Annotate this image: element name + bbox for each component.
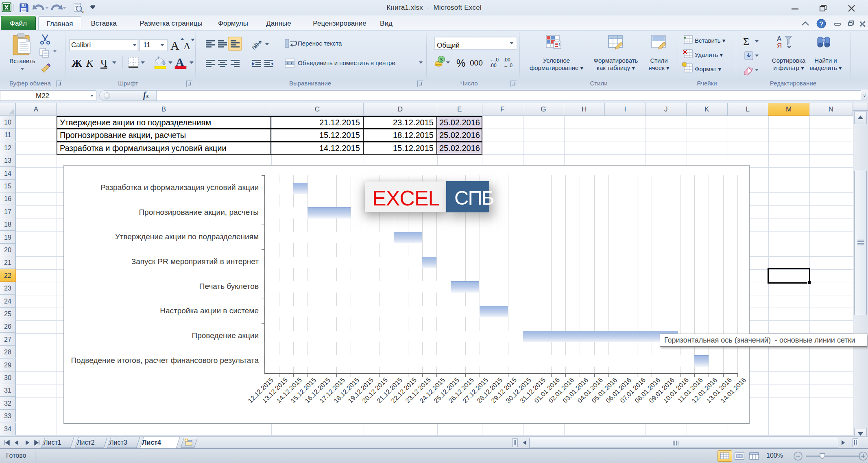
svg-text:?: ? xyxy=(819,20,823,28)
svg-text:←.0: ←.0 xyxy=(490,57,499,63)
svg-text:%: % xyxy=(456,57,465,69)
svg-text:→.0: →.0 xyxy=(504,63,513,68)
svg-text:A: A xyxy=(183,41,191,51)
svg-text:.00: .00 xyxy=(504,57,510,63)
svg-text:ab: ab xyxy=(250,41,260,51)
svg-text:.00: .00 xyxy=(490,63,497,68)
svg-text:Я: Я xyxy=(777,42,782,50)
svg-text:000: 000 xyxy=(470,59,483,67)
svg-text:A: A xyxy=(170,39,179,52)
svg-text:Σ: Σ xyxy=(743,36,749,48)
svg-text:Ж: Ж xyxy=(72,57,82,69)
svg-text:К: К xyxy=(86,57,94,69)
svg-text:Ч: Ч xyxy=(100,57,107,69)
svg-text:$: $ xyxy=(440,57,443,63)
